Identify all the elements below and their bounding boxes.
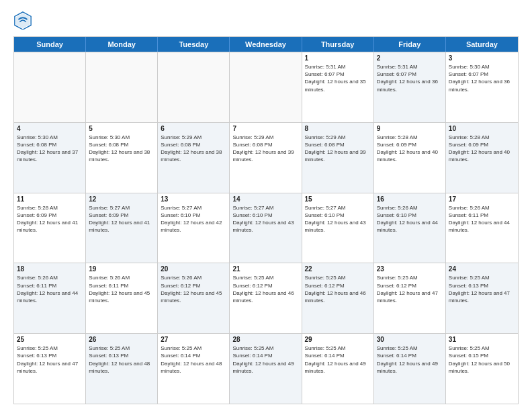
day-info: Sunrise: 5:28 AM Sunset: 6:09 PM Dayligh… bbox=[17, 204, 83, 234]
day-cell-25: 25Sunrise: 5:25 AM Sunset: 6:13 PM Dayli… bbox=[14, 334, 86, 404]
day-number: 10 bbox=[449, 125, 515, 132]
day-number: 12 bbox=[89, 195, 154, 203]
day-info: Sunrise: 5:29 AM Sunset: 6:08 PM Dayligh… bbox=[232, 134, 298, 164]
day-info: Sunrise: 5:25 AM Sunset: 6:13 PM Dayligh… bbox=[89, 345, 154, 375]
day-cell-15: 15Sunrise: 5:27 AM Sunset: 6:10 PM Dayli… bbox=[302, 193, 374, 263]
day-cell-16: 16Sunrise: 5:26 AM Sunset: 6:10 PM Dayli… bbox=[374, 193, 446, 263]
day-header-saturday: Saturday bbox=[446, 37, 518, 52]
day-number: 7 bbox=[232, 125, 298, 132]
day-cell-14: 14Sunrise: 5:27 AM Sunset: 6:10 PM Dayli… bbox=[230, 193, 302, 263]
day-info: Sunrise: 5:25 AM Sunset: 6:13 PM Dayligh… bbox=[449, 274, 515, 304]
day-info: Sunrise: 5:25 AM Sunset: 6:15 PM Dayligh… bbox=[449, 345, 515, 375]
day-number: 21 bbox=[232, 265, 298, 273]
day-info: Sunrise: 5:27 AM Sunset: 6:09 PM Dayligh… bbox=[89, 204, 154, 234]
day-info: Sunrise: 5:28 AM Sunset: 6:09 PM Dayligh… bbox=[449, 134, 515, 164]
calendar-row-2: 4Sunrise: 5:30 AM Sunset: 6:08 PM Daylig… bbox=[14, 122, 518, 193]
calendar-header: SundayMondayTuesdayWednesdayThursdayFrid… bbox=[14, 37, 518, 52]
day-number: 2 bbox=[377, 54, 443, 62]
calendar-body: 1Sunrise: 5:31 AM Sunset: 6:07 PM Daylig… bbox=[14, 52, 518, 404]
day-number: 23 bbox=[377, 265, 443, 273]
day-cell-31: 31Sunrise: 5:25 AM Sunset: 6:15 PM Dayli… bbox=[446, 334, 518, 404]
day-number: 26 bbox=[89, 336, 154, 343]
day-info: Sunrise: 5:30 AM Sunset: 6:08 PM Dayligh… bbox=[89, 134, 154, 164]
day-number: 1 bbox=[305, 54, 371, 62]
day-info: Sunrise: 5:27 AM Sunset: 6:10 PM Dayligh… bbox=[161, 204, 226, 234]
day-cell-5: 5Sunrise: 5:30 AM Sunset: 6:08 PM Daylig… bbox=[86, 123, 158, 193]
day-cell-12: 12Sunrise: 5:27 AM Sunset: 6:09 PM Dayli… bbox=[86, 193, 158, 263]
day-info: Sunrise: 5:30 AM Sunset: 6:07 PM Dayligh… bbox=[449, 63, 515, 93]
day-info: Sunrise: 5:28 AM Sunset: 6:09 PM Dayligh… bbox=[377, 134, 443, 164]
day-number: 17 bbox=[449, 195, 515, 203]
day-cell-26: 26Sunrise: 5:25 AM Sunset: 6:13 PM Dayli… bbox=[86, 334, 158, 404]
empty-cell bbox=[158, 52, 230, 122]
day-info: Sunrise: 5:25 AM Sunset: 6:14 PM Dayligh… bbox=[377, 345, 443, 375]
day-header-thursday: Thursday bbox=[302, 37, 374, 52]
day-info: Sunrise: 5:26 AM Sunset: 6:10 PM Dayligh… bbox=[377, 204, 443, 234]
day-info: Sunrise: 5:31 AM Sunset: 6:07 PM Dayligh… bbox=[305, 63, 371, 93]
day-number: 4 bbox=[17, 125, 83, 132]
logo bbox=[13, 11, 35, 30]
day-number: 9 bbox=[377, 125, 443, 132]
day-cell-29: 29Sunrise: 5:25 AM Sunset: 6:14 PM Dayli… bbox=[302, 334, 374, 404]
day-number: 5 bbox=[89, 125, 154, 132]
day-info: Sunrise: 5:27 AM Sunset: 6:10 PM Dayligh… bbox=[305, 204, 371, 234]
day-header-tuesday: Tuesday bbox=[158, 37, 230, 52]
day-header-wednesday: Wednesday bbox=[230, 37, 302, 52]
day-cell-27: 27Sunrise: 5:25 AM Sunset: 6:14 PM Dayli… bbox=[158, 334, 230, 404]
empty-cell bbox=[230, 52, 302, 122]
day-info: Sunrise: 5:25 AM Sunset: 6:13 PM Dayligh… bbox=[17, 345, 83, 375]
day-info: Sunrise: 5:30 AM Sunset: 6:08 PM Dayligh… bbox=[17, 134, 83, 164]
day-number: 18 bbox=[17, 265, 83, 273]
day-cell-18: 18Sunrise: 5:26 AM Sunset: 6:11 PM Dayli… bbox=[14, 263, 86, 333]
day-info: Sunrise: 5:26 AM Sunset: 6:11 PM Dayligh… bbox=[17, 274, 83, 304]
day-cell-17: 17Sunrise: 5:26 AM Sunset: 6:11 PM Dayli… bbox=[446, 193, 518, 263]
day-header-friday: Friday bbox=[374, 37, 446, 52]
day-cell-28: 28Sunrise: 5:25 AM Sunset: 6:14 PM Dayli… bbox=[230, 334, 302, 404]
day-number: 3 bbox=[449, 54, 515, 62]
day-cell-8: 8Sunrise: 5:29 AM Sunset: 6:08 PM Daylig… bbox=[302, 123, 374, 193]
day-number: 31 bbox=[449, 336, 515, 343]
day-info: Sunrise: 5:25 AM Sunset: 6:14 PM Dayligh… bbox=[161, 345, 226, 375]
day-info: Sunrise: 5:25 AM Sunset: 6:14 PM Dayligh… bbox=[305, 345, 371, 375]
day-cell-13: 13Sunrise: 5:27 AM Sunset: 6:10 PM Dayli… bbox=[158, 193, 230, 263]
day-cell-4: 4Sunrise: 5:30 AM Sunset: 6:08 PM Daylig… bbox=[14, 123, 86, 193]
day-info: Sunrise: 5:25 AM Sunset: 6:14 PM Dayligh… bbox=[232, 345, 298, 375]
day-cell-7: 7Sunrise: 5:29 AM Sunset: 6:08 PM Daylig… bbox=[230, 123, 302, 193]
day-number: 27 bbox=[161, 336, 226, 343]
calendar-row-1: 1Sunrise: 5:31 AM Sunset: 6:07 PM Daylig… bbox=[14, 52, 518, 122]
day-info: Sunrise: 5:29 AM Sunset: 6:08 PM Dayligh… bbox=[305, 134, 371, 164]
day-header-monday: Monday bbox=[86, 37, 158, 52]
logo-icon bbox=[13, 11, 32, 30]
day-number: 30 bbox=[377, 336, 443, 343]
day-header-sunday: Sunday bbox=[14, 37, 86, 52]
day-cell-9: 9Sunrise: 5:28 AM Sunset: 6:09 PM Daylig… bbox=[374, 123, 446, 193]
day-number: 29 bbox=[305, 336, 371, 343]
day-number: 6 bbox=[161, 125, 226, 132]
day-number: 14 bbox=[232, 195, 298, 203]
day-cell-24: 24Sunrise: 5:25 AM Sunset: 6:13 PM Dayli… bbox=[446, 263, 518, 333]
day-cell-19: 19Sunrise: 5:26 AM Sunset: 6:11 PM Dayli… bbox=[86, 263, 158, 333]
day-cell-3: 3Sunrise: 5:30 AM Sunset: 6:07 PM Daylig… bbox=[446, 52, 518, 122]
calendar-row-3: 11Sunrise: 5:28 AM Sunset: 6:09 PM Dayli… bbox=[14, 193, 518, 263]
day-cell-30: 30Sunrise: 5:25 AM Sunset: 6:14 PM Dayli… bbox=[374, 334, 446, 404]
day-info: Sunrise: 5:25 AM Sunset: 6:12 PM Dayligh… bbox=[305, 274, 371, 304]
calendar-row-4: 18Sunrise: 5:26 AM Sunset: 6:11 PM Dayli… bbox=[14, 263, 518, 333]
day-number: 15 bbox=[305, 195, 371, 203]
day-info: Sunrise: 5:26 AM Sunset: 6:11 PM Dayligh… bbox=[449, 204, 515, 234]
day-number: 8 bbox=[305, 125, 371, 132]
day-cell-11: 11Sunrise: 5:28 AM Sunset: 6:09 PM Dayli… bbox=[14, 193, 86, 263]
day-info: Sunrise: 5:31 AM Sunset: 6:07 PM Dayligh… bbox=[377, 63, 443, 93]
day-cell-23: 23Sunrise: 5:25 AM Sunset: 6:12 PM Dayli… bbox=[374, 263, 446, 333]
day-info: Sunrise: 5:29 AM Sunset: 6:08 PM Dayligh… bbox=[161, 134, 226, 164]
day-number: 13 bbox=[161, 195, 226, 203]
day-cell-2: 2Sunrise: 5:31 AM Sunset: 6:07 PM Daylig… bbox=[374, 52, 446, 122]
day-number: 22 bbox=[305, 265, 371, 273]
day-info: Sunrise: 5:26 AM Sunset: 6:12 PM Dayligh… bbox=[161, 274, 226, 304]
day-number: 24 bbox=[449, 265, 515, 273]
day-number: 25 bbox=[17, 336, 83, 343]
day-number: 16 bbox=[377, 195, 443, 203]
day-info: Sunrise: 5:26 AM Sunset: 6:11 PM Dayligh… bbox=[89, 274, 154, 304]
day-cell-20: 20Sunrise: 5:26 AM Sunset: 6:12 PM Dayli… bbox=[158, 263, 230, 333]
day-info: Sunrise: 5:25 AM Sunset: 6:12 PM Dayligh… bbox=[377, 274, 443, 304]
day-cell-22: 22Sunrise: 5:25 AM Sunset: 6:12 PM Dayli… bbox=[302, 263, 374, 333]
